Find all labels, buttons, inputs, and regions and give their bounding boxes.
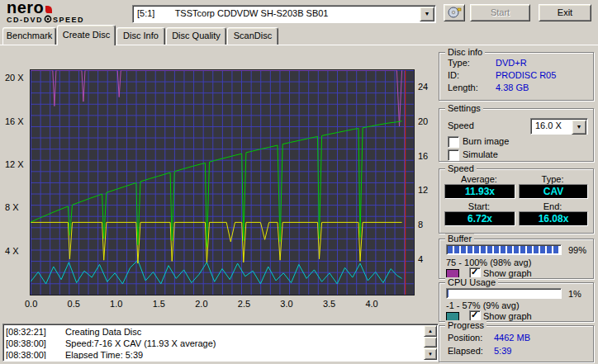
axis-tick-label: 16: [418, 151, 428, 161]
log-list[interactable]: [08:32:21]Creating Data Disc[08:38:00]Sp…: [6, 326, 422, 359]
speed-type-label: Type:: [519, 174, 586, 184]
disc-icon: [447, 7, 462, 18]
cpu-progressbar: [446, 288, 562, 299]
disc-type-label: Type:: [448, 58, 470, 68]
drive-select-value: [5:1] TSSTcorp CDDVDW SH-S203B SB01: [137, 8, 329, 18]
app-window: nero CD-DVDSPEED [5:1] TSSTcorp CDDVDW S…: [0, 0, 598, 364]
axis-tick-label: 4 X: [5, 246, 19, 256]
speed-type-display: CAV: [519, 184, 588, 199]
flame-icon: [45, 6, 52, 13]
group-title: Progress: [445, 320, 486, 330]
disc-eject-button[interactable]: [444, 4, 465, 21]
product-name: CD-DVDSPEED: [7, 15, 131, 24]
speed-select[interactable]: 16.0 X ▼: [530, 118, 588, 135]
elapsed-value: 5:39: [494, 346, 511, 356]
simulate-checkbox[interactable]: [448, 149, 459, 161]
log-line[interactable]: [08:38:00]Elapsed Time: 5:39: [6, 349, 422, 359]
position-value: 4462 MB: [494, 333, 530, 343]
axis-tick-label: 1.5: [153, 299, 165, 309]
group-cpu-usage: CPU Usage 1% -1 - 57% (9% avg) Show grap…: [439, 282, 594, 322]
axis-tick-label: 20 X: [5, 73, 24, 83]
group-title: CPU Usage: [445, 277, 498, 287]
scroll-thumb[interactable]: [424, 337, 437, 347]
group-title: Buffer: [445, 234, 474, 243]
buffer-progress-fill: [448, 246, 559, 253]
group-progress: Progress Position: 4462 MB Elapsed: 5:39: [439, 325, 594, 362]
group-speed: Speed Average: Type: 11.93x CAV Start: E…: [439, 168, 594, 234]
burn-image-label: Burn image: [463, 136, 509, 146]
chart-area: 20 X16 X12 X8 X4 X24201612840.00.51.01.5…: [0, 47, 438, 323]
position-label: Position:: [448, 333, 482, 343]
axis-tick-label: 4: [418, 254, 423, 264]
disc-type-value: DVD+R: [496, 58, 527, 68]
product-suffix: SPEED: [53, 16, 84, 24]
elapsed-label: Elapsed:: [448, 346, 483, 356]
disc-length-value: 4.38 GB: [496, 83, 529, 92]
burn-image-checkbox[interactable]: [448, 136, 459, 148]
speed-select-label: Speed: [448, 121, 474, 130]
speed-average-display: 11.93x: [444, 184, 515, 199]
cpu-show-graph-label: Show graph: [483, 311, 532, 321]
series-target-speed: [31, 222, 402, 263]
tab-create-disc[interactable]: Create Disc: [57, 25, 116, 45]
log-box: [08:32:21]Creating Data Disc[08:38:00]Sp…: [2, 324, 439, 362]
log-time: [08:32:21]: [6, 326, 65, 338]
exit-button[interactable]: Exit: [539, 4, 591, 21]
speed-average-label: Average:: [444, 174, 514, 184]
cpu-progress-fill: [448, 290, 448, 297]
log-text: Creating Data Disc: [65, 327, 141, 337]
series-buffer-level: [31, 70, 402, 126]
log-time: [08:38:00]: [6, 349, 65, 359]
eye-icon: [44, 15, 52, 23]
axis-tick-label: 24: [418, 82, 428, 92]
cpu-percent: 1%: [568, 289, 581, 299]
axis-tick-label: 4.0: [365, 299, 377, 309]
group-title: Speed: [445, 163, 477, 173]
buffer-percent: 99%: [568, 245, 586, 255]
axis-tick-label: 16 X: [5, 116, 24, 126]
log-scrollbar[interactable]: ▲ ▼: [424, 325, 437, 360]
tab-benchmark[interactable]: Benchmark: [2, 27, 56, 45]
axis-tick-label: 8: [418, 220, 423, 229]
group-buffer: Buffer 99% 75 - 100% (98% avg) Show grap…: [439, 239, 594, 279]
chevron-down-icon[interactable]: ▼: [420, 7, 434, 21]
axis-tick-label: 20: [418, 116, 428, 126]
buffer-range: 75 - 100% (98% avg): [446, 258, 531, 267]
app-logo: nero CD-DVDSPEED: [7, 1, 131, 24]
speed-graph-canvas: [31, 70, 414, 295]
axis-tick-label: 2.0: [195, 299, 207, 309]
axis-tick-label: 2.5: [238, 299, 250, 309]
scroll-down-button[interactable]: ▼: [424, 348, 437, 360]
group-disc-info: Disc info Type: DVD+R ID: PRODISC R05 Le…: [439, 52, 594, 101]
log-time: [08:38:00]: [6, 338, 65, 349]
chevron-down-icon[interactable]: ▼: [572, 120, 586, 135]
disc-length-label: Length:: [448, 83, 478, 92]
axis-tick-label: 0.5: [68, 299, 80, 309]
speed-select-value: 16.0 X: [535, 121, 562, 130]
scroll-up-button[interactable]: ▲: [424, 325, 437, 337]
tab-scandisc[interactable]: ScanDisc: [227, 27, 278, 45]
group-title: Settings: [445, 103, 483, 113]
log-text: Elapsed Time: 5:39: [65, 350, 143, 359]
tab-disc-quality[interactable]: Disc Quality: [166, 27, 226, 45]
drive-select[interactable]: [5:1] TSSTcorp CDDVDW SH-S203B SB01 ▼: [132, 5, 436, 23]
log-line[interactable]: [08:32:21]Creating Data Disc: [6, 326, 422, 338]
brand-text: nero: [7, 1, 44, 15]
speed-start-label: Start:: [444, 201, 514, 211]
log-text: Speed:7-16 X CAV (11.93 X average): [65, 338, 216, 348]
axis-tick-label: 12 X: [5, 159, 24, 169]
tab-disc-info[interactable]: Disc Info: [116, 27, 165, 45]
disc-id-label: ID:: [448, 70, 459, 80]
speed-start-display: 6.72x: [444, 211, 515, 226]
buffer-progressbar: [446, 244, 562, 255]
axis-tick-label: 8 X: [5, 202, 19, 212]
start-button[interactable]: Start: [470, 4, 530, 21]
series-cpu-usage: [31, 260, 402, 284]
simulate-label: Simulate: [463, 149, 498, 159]
axis-tick-label: 3.0: [280, 299, 292, 309]
axis-tick-label: 12: [418, 185, 428, 195]
disc-id-value: PRODISC R05: [496, 70, 556, 80]
log-line[interactable]: [08:38:00]Speed:7-16 X CAV (11.93 X aver…: [6, 338, 422, 349]
speed-end-display: 16.08x: [519, 211, 588, 226]
axis-tick-label: 0.0: [25, 299, 37, 309]
